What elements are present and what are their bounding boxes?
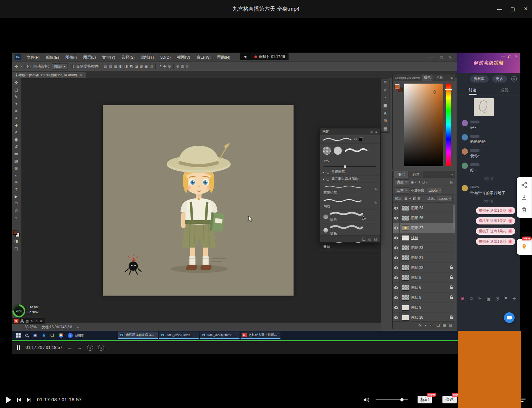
search-icon[interactable] (22, 331, 31, 340)
visibility-eye-icon[interactable] (394, 237, 398, 239)
document-tab[interactable]: 未标题-1.psd @ 30.3%(图层 27, RGB/8#) ✕ (12, 72, 86, 79)
chevron-down-icon[interactable]: ▾ (323, 177, 324, 181)
visibility-eye-icon[interactable] (394, 286, 398, 289)
healing-tool[interactable]: ✚ (13, 122, 20, 128)
history-panel-icon[interactable]: ↺ (383, 80, 387, 85)
cc-maximize-icon[interactable]: ▢ (508, 55, 511, 58)
align-buttons[interactable]: ▤▥▦◧◨◩◪⊞▣◫ (104, 64, 153, 68)
layer-row[interactable]: 图层 9 (393, 303, 455, 313)
forward-5s-button[interactable]: 5 (98, 345, 104, 351)
previous-button[interactable] (17, 398, 21, 402)
layer-row[interactable]: 图层 22 (393, 263, 455, 273)
ps-minimize-icon[interactable]: — (430, 55, 434, 59)
fill-dropdown[interactable]: 100%▾ (437, 196, 453, 201)
tab-discussion[interactable]: 讨论 (457, 86, 489, 95)
layer-row[interactable]: 图层 8 (393, 293, 455, 303)
layer-thumbnail[interactable] (402, 235, 409, 241)
cc-close-icon[interactable]: ✕ (515, 55, 517, 58)
blur-tool[interactable]: ◍ (13, 165, 20, 171)
layer-thumbnail[interactable] (402, 295, 409, 301)
workspace-buttons[interactable]: ⊛▥◫ (176, 64, 189, 68)
group-layers-icon[interactable]: ❏ (436, 323, 440, 327)
pause-button[interactable] (17, 345, 20, 350)
layer-row-selected[interactable]: 图层 27 (393, 223, 455, 233)
taskbar-window-music[interactable]: ▶それが大事・川嶋... (241, 332, 280, 339)
tab-color[interactable]: 颜色 (422, 75, 432, 81)
opacity-dropdown[interactable]: 100%▾ (427, 188, 443, 193)
trash-icon[interactable] (521, 207, 527, 213)
brush-color-swatch[interactable] (359, 137, 363, 141)
shape-tool[interactable]: ◻ (13, 201, 20, 207)
menu-type[interactable]: 文字(Y) (99, 53, 119, 62)
taskbar-window-cctalk[interactable]: CCCtalk (458, 331, 521, 408)
menu-image[interactable]: 图像(I) (62, 53, 80, 62)
tab-layers[interactable]: 图层 (394, 171, 408, 178)
library-button[interactable]: 资料库 (470, 75, 489, 83)
properties-panel-icon[interactable]: ⊞ (383, 118, 387, 123)
scissors-icon[interactable]: ✂ (478, 296, 482, 301)
soft-brush-thumb[interactable] (334, 147, 342, 155)
brush-group-collapsed[interactable]: ▸ ❏ 常规画笔 (320, 169, 380, 176)
lock-buttons[interactable]: ▦✛◧⊞ (404, 197, 420, 200)
ime-toolbar[interactable]: S 英 ▤ ✎ ☺ ⊛ (12, 318, 45, 324)
screen-mode-tool-icon[interactable]: ▢ (13, 245, 20, 251)
layer-thumbnail[interactable] (402, 255, 409, 261)
eyedropper-tool[interactable]: ✒ (13, 115, 20, 121)
brush-preset[interactable]: 填色 (320, 223, 380, 237)
auto-select-dropdown[interactable]: 图层▾ (52, 63, 68, 70)
layer-thumbnail[interactable] (402, 225, 409, 231)
magic-wand-tool[interactable]: ✦ (13, 101, 20, 107)
layer-row[interactable]: 图层 21 (393, 253, 455, 263)
menu-view[interactable]: 视图(V) (174, 53, 193, 62)
shared-image-thumbnail[interactable] (474, 98, 494, 116)
task-view-icon[interactable]: ▣ (31, 331, 39, 340)
clone-source-panel-icon[interactable]: ◔ (384, 96, 387, 100)
filter-toggle-icon[interactable]: ◎ (450, 180, 453, 184)
ime-language[interactable]: 英 (20, 319, 24, 324)
layer-row[interactable]: 图层 6 (393, 283, 455, 293)
blend-mode-dropdown[interactable]: 正常▾ (395, 187, 409, 194)
layer-thumbnail[interactable] (402, 245, 409, 251)
chrome-icon[interactable] (57, 331, 65, 340)
close-icon[interactable]: ✕ (523, 6, 528, 12)
collapse-panel-icon[interactable]: » (371, 130, 373, 134)
saturation-brightness-picker[interactable] (404, 84, 443, 166)
panel-menu-icon[interactable]: ≡ (451, 76, 453, 80)
visibility-eye-icon[interactable] (394, 276, 398, 279)
panel-menu-icon[interactable]: ≡ (451, 173, 453, 178)
avatar[interactable] (462, 163, 468, 169)
path-select-tool[interactable]: ▶ (13, 194, 20, 200)
show-transform-checkbox[interactable] (70, 65, 74, 68)
start-button[interactable] (14, 331, 22, 340)
timeline-panel-icon[interactable]: ▤ (383, 126, 387, 131)
lasso-tool[interactable]: ✎ (13, 94, 20, 100)
text-tool[interactable]: T (13, 186, 20, 192)
layer-thumbnail[interactable] (402, 215, 409, 221)
speed-button[interactable]: 倍速NEW (442, 396, 457, 403)
visibility-eye-icon[interactable] (394, 256, 398, 259)
more-button[interactable]: 更多 (492, 75, 507, 83)
visibility-eye-icon[interactable] (394, 306, 398, 309)
promo-banner[interactable]: 解锁高级功能 ✦ — ▢ ✕ (457, 53, 520, 73)
seek-forward-icon[interactable]: → (77, 345, 82, 350)
character-panel-icon[interactable]: A (384, 111, 386, 115)
move-tool[interactable]: ✥ (13, 80, 20, 86)
dodge-tool[interactable]: ◐ (13, 172, 20, 178)
menu-layer[interactable]: 图层(L) (80, 53, 99, 62)
gift-flower-icon[interactable]: ❀ (461, 296, 464, 301)
tab-swatches[interactable]: 色板 (435, 75, 445, 81)
ime-pen-icon[interactable]: ✎ (31, 319, 33, 323)
next-button[interactable] (27, 398, 31, 402)
slider-knob[interactable] (344, 165, 346, 168)
visibility-eye-icon[interactable] (394, 217, 398, 219)
zoom-tool[interactable]: ⌖ (13, 215, 20, 221)
brush-preset[interactable]: 勾线 ✎ (320, 196, 380, 210)
info-panel-icon[interactable]: ▦ (383, 103, 387, 108)
speaker-icon[interactable] (240, 53, 251, 60)
menu-edit[interactable]: 编辑(E) (43, 53, 62, 62)
ps-maximize-icon[interactable]: ▢ (440, 55, 443, 59)
layer-thumbnail[interactable] (402, 265, 409, 271)
layers-scrollbar[interactable] (453, 205, 455, 230)
menu-window[interactable]: 窗口(W) (193, 53, 214, 62)
eraser-tool[interactable]: ▭ (13, 151, 20, 157)
